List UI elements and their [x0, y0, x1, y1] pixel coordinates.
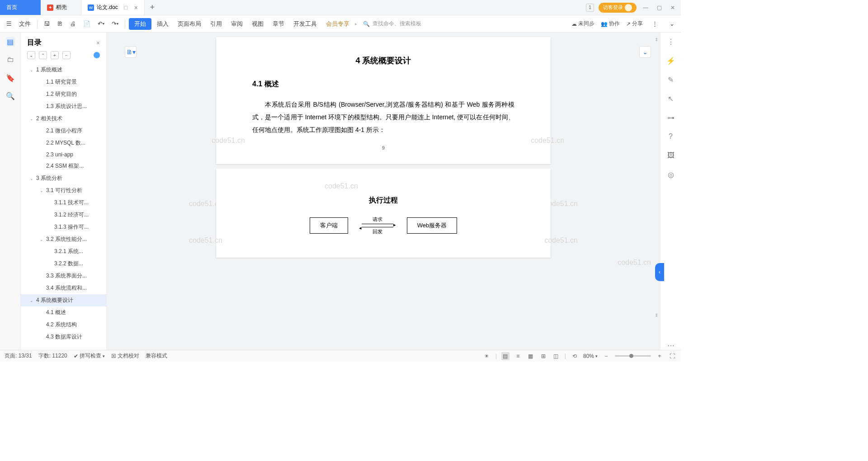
compat-mode[interactable]: 兼容模式: [146, 352, 167, 360]
ruler-icon[interactable]: ⇕: [655, 37, 659, 42]
page-view-icon[interactable]: ▤: [501, 352, 509, 360]
read-mode-icon[interactable]: ☀: [483, 352, 491, 360]
outline-item[interactable]: ⌄3 系统分析: [21, 172, 106, 184]
thumbnail-view-icon[interactable]: ◫: [552, 352, 560, 360]
bookmark-icon[interactable]: 🔖: [6, 73, 15, 82]
more-icon[interactable]: ⋮: [649, 19, 660, 29]
outline-item[interactable]: 3.2.1 系统...: [21, 245, 106, 258]
search-rail-icon[interactable]: 🔍: [6, 91, 15, 100]
outline-item[interactable]: 1.3 系统设计思...: [21, 100, 106, 113]
settings-rail-icon[interactable]: ⋮: [666, 37, 675, 46]
tab-vip[interactable]: 会员专享: [322, 18, 353, 30]
tab-view[interactable]: 视图: [248, 18, 267, 30]
tab-document[interactable]: W 论文.doc ▢ ×: [81, 0, 145, 15]
outline-item[interactable]: 3.2.2 数据...: [21, 258, 106, 270]
outline-panel: 目录 × ⌄ ⌃ + − ⌄1 系统概述1.1 研究背景1.2 研究目的1.3 …: [21, 33, 107, 350]
proofread-button[interactable]: ☒文档校对: [111, 352, 139, 360]
rocket-icon[interactable]: ⚡: [666, 56, 675, 65]
edit-icon[interactable]: ✎: [666, 75, 675, 84]
collab-button[interactable]: 👥协作: [601, 20, 620, 28]
outline-item[interactable]: 2.1 微信小程序: [21, 125, 106, 137]
print-icon[interactable]: 🖨: [67, 19, 79, 29]
outline-item[interactable]: 3.3 系统界面分...: [21, 270, 106, 282]
undo-icon[interactable]: ↶▾: [95, 19, 107, 29]
tab-docker[interactable]: ✦ 稻壳: [41, 0, 81, 15]
web-view-icon[interactable]: ▦: [527, 352, 535, 360]
guest-login-button[interactable]: 访客登录: [599, 3, 637, 13]
cursor-icon[interactable]: ↖: [666, 94, 675, 103]
maximize-icon[interactable]: ▢: [655, 3, 664, 12]
outline-item[interactable]: 2.4 SSM 框架...: [21, 160, 106, 172]
outline-item[interactable]: 4.1 概述: [21, 306, 106, 319]
minimize-icon[interactable]: —: [641, 3, 650, 12]
close-icon[interactable]: ×: [134, 4, 138, 11]
save-icon[interactable]: 🖫: [41, 19, 52, 29]
outline-indicator-icon[interactable]: [94, 52, 100, 58]
outline-item[interactable]: 2.3 uni-app: [21, 149, 106, 160]
tab-references[interactable]: 引用: [207, 18, 226, 30]
target-icon[interactable]: ◎: [666, 170, 675, 179]
outline-item[interactable]: 3.1.2 经济可...: [21, 209, 106, 221]
fullscreen-icon[interactable]: ⛶: [668, 352, 676, 360]
outline-item[interactable]: 1.2 研究目的: [21, 88, 106, 100]
tab-start[interactable]: 开始: [129, 18, 151, 30]
outline-item[interactable]: 3.1.3 操作可...: [21, 221, 106, 233]
tab-chapter[interactable]: 章节: [269, 18, 288, 30]
outline-item[interactable]: 4.2 系统结构: [21, 319, 106, 331]
expand-all-icon[interactable]: ⌃: [39, 51, 47, 59]
outline-item[interactable]: 3.4 系统流程和...: [21, 282, 106, 294]
outline-item[interactable]: 2.2 MYSQL 数...: [21, 137, 106, 149]
page-indicator[interactable]: 页面: 13/31: [5, 352, 32, 360]
outline-item[interactable]: ⌄4 系统概要设计: [21, 294, 106, 306]
collapse-all-icon[interactable]: ⌄: [27, 51, 35, 59]
more-tools-icon[interactable]: ⋯: [666, 341, 675, 350]
outline-remove-icon[interactable]: −: [62, 51, 71, 59]
collapse-ribbon-icon[interactable]: ⌄: [667, 19, 677, 29]
outline-item[interactable]: ⌄2 相关技术: [21, 113, 106, 125]
new-tab-button[interactable]: +: [145, 0, 160, 15]
outline-item[interactable]: ⌄1 系统概述: [21, 64, 106, 76]
image-tool-icon[interactable]: 🖼: [666, 151, 675, 160]
collapse-page-icon[interactable]: ⌄: [639, 46, 651, 58]
file-menu[interactable]: 文件: [16, 18, 33, 30]
zoom-in-icon[interactable]: +: [656, 352, 664, 360]
page-options-icon[interactable]: 🗎▾: [125, 46, 137, 58]
tab-page-layout[interactable]: 页面布局: [174, 18, 205, 30]
document-canvas[interactable]: 🗎▾ ⌄ 4 系统概要设计 4.1 概述 本系统后台采用 B/S结构 (Brow…: [107, 33, 660, 350]
zoom-level[interactable]: 80%▾: [583, 353, 598, 359]
print-preview-icon[interactable]: 📄: [80, 19, 93, 29]
outline-add-icon[interactable]: +: [51, 51, 59, 59]
outline-item[interactable]: ⌄3.1 可行性分析: [21, 184, 106, 197]
redo-icon[interactable]: ↷▾: [109, 19, 121, 29]
clipboard-icon[interactable]: 🗀: [6, 55, 15, 64]
adjust-icon[interactable]: ⊶: [666, 113, 675, 122]
reset-view-icon[interactable]: ⟲: [571, 352, 579, 360]
share-button[interactable]: ↗分享: [626, 20, 643, 28]
expand-panel-tab[interactable]: ‹: [655, 263, 664, 281]
zoom-out-icon[interactable]: −: [602, 352, 610, 360]
sync-button[interactable]: ☁未同步: [571, 20, 594, 28]
tab-insert[interactable]: 插入: [153, 18, 172, 30]
outline-icon[interactable]: ▤: [6, 37, 15, 46]
tab-review[interactable]: 审阅: [227, 18, 246, 30]
tab-devtools[interactable]: 开发工具: [290, 18, 321, 30]
zoom-slider[interactable]: [615, 355, 651, 357]
word-count[interactable]: 字数: 11220: [38, 352, 67, 360]
outline-item[interactable]: ⌄3.2 系统性能分...: [21, 233, 106, 245]
tab-counter[interactable]: 1: [586, 4, 594, 12]
outline-item[interactable]: 1.1 研究背景: [21, 76, 106, 88]
outline-close-icon[interactable]: ×: [96, 39, 100, 47]
help-icon[interactable]: ?: [666, 132, 675, 141]
layout-view-icon[interactable]: ⊞: [539, 352, 547, 360]
outline-item[interactable]: 3.1.1 技术可...: [21, 197, 106, 209]
tab-home[interactable]: 首页: [0, 0, 41, 15]
menu-icon[interactable]: ☰: [4, 19, 14, 29]
outline-item[interactable]: 4.3 数据库设计: [21, 331, 106, 343]
spellcheck-button[interactable]: ✔拼写检查▾: [74, 352, 105, 360]
tab-window-icon[interactable]: ▢: [123, 5, 128, 10]
outline-view-icon[interactable]: ≡: [514, 352, 522, 360]
ruler-icon[interactable]: ⇕: [655, 313, 659, 318]
window-close-icon[interactable]: ✕: [668, 3, 677, 12]
save-as-icon[interactable]: 🖹: [54, 19, 66, 29]
command-search[interactable]: 🔍 查找命令、搜索模板: [359, 18, 425, 29]
